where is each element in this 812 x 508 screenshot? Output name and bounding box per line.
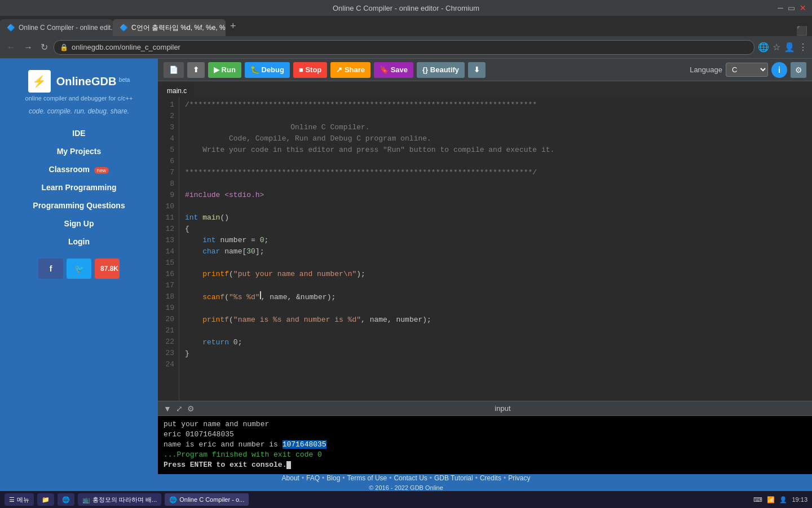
facebook-button[interactable]: f	[38, 259, 63, 279]
close-button[interactable]: ✕	[800, 3, 806, 12]
footer-link-contact[interactable]: Contact Us	[394, 474, 427, 482]
sidebar-tagline: code. compile. run. debug. share.	[29, 107, 129, 115]
taskbar-item-files[interactable]: 📁	[37, 493, 54, 506]
sidebar-item-login[interactable]: Login	[0, 233, 158, 251]
sidebar-item-learn-programming[interactable]: Learn Programming	[0, 178, 158, 196]
titlebar-controls: ─ ▭ ✕	[778, 3, 806, 12]
browser-icon: 🌐	[62, 496, 70, 503]
taskbar-right: ⌨ 📶 👤 19:13	[753, 496, 807, 503]
forward-button[interactable]: →	[21, 40, 35, 55]
share-button[interactable]: ↗ Share	[330, 62, 370, 78]
terminal-cursor-icon	[286, 461, 291, 469]
taskbar-start[interactable]: ☰ 메뉴	[5, 493, 34, 506]
code-editor[interactable]: 12345 678910 1112131415 1617181920 21222…	[158, 97, 812, 401]
footer-copyright: © 2016 - 2022 GDB Online	[0, 484, 812, 491]
tab-favicon-2: 🔷	[120, 24, 128, 32]
language-select-area: Language C C++ Python Java	[690, 63, 768, 77]
back-button[interactable]: ←	[5, 40, 18, 55]
lock-icon: 🔒	[60, 43, 68, 51]
language-label: Language	[690, 65, 722, 74]
taskbar-item-app2[interactable]: 🌐 Online C Compiler - o...	[165, 493, 249, 506]
browser-tab-2[interactable]: 🔷 C언어 출력타입 %d, %f, %e, %o... ✕	[113, 19, 226, 36]
footer-link-privacy[interactable]: Privacy	[508, 474, 530, 482]
logo-icon: ⚡	[28, 70, 51, 93]
network-icon[interactable]: 📶	[767, 496, 775, 503]
stop-button[interactable]: ■ Stop	[293, 62, 327, 78]
output-label: input	[199, 404, 806, 413]
footer-link-about[interactable]: About	[282, 474, 299, 482]
sidebar-item-classroom[interactable]: Classroom new	[0, 160, 158, 178]
sidebar-subtitle: online compiler and debugger for c/c++	[25, 95, 133, 102]
save-button[interactable]: 🔖 Save	[374, 62, 413, 78]
beautify-button[interactable]: {} Beautify	[417, 62, 465, 78]
sidebar-item-programming-questions[interactable]: Programming Questions	[0, 196, 158, 214]
tab-label-1: Online C Compiler - online edit...	[19, 24, 113, 32]
terminal[interactable]: put your name and number eric 0107164803…	[158, 416, 812, 474]
line-numbers: 12345 678910 1112131415 1617181920 21222…	[158, 97, 179, 401]
logo-area: ⚡ OnlineGDB beta	[28, 70, 130, 93]
output-chevron-icon[interactable]: ▼	[164, 404, 171, 413]
terminal-line-4: ...Program finished with exit code 0	[164, 450, 806, 460]
download-button[interactable]: ⬇	[468, 62, 486, 78]
footer-link-credits[interactable]: Credits	[480, 474, 501, 482]
social-buttons: f 🐦 87.8K	[38, 259, 120, 279]
taskbar-item-app1[interactable]: 📺 홍정모의 따라하며 배...	[78, 493, 161, 506]
address-box[interactable]: 🔒 onlinegdb.com/online_c_compiler	[54, 40, 754, 55]
settings-button[interactable]: ⚙	[791, 62, 806, 78]
menu-icon[interactable]: ⋮	[798, 42, 807, 52]
start-icon: ☰	[9, 496, 15, 503]
taskbar-time: 19:13	[792, 496, 807, 503]
user-icon[interactable]: 👤	[779, 496, 787, 503]
output-expand-icon[interactable]: ⤢	[176, 404, 183, 413]
titlebar: Online C Compiler - online editor - Chro…	[0, 0, 812, 16]
tab-label-2: C언어 출력타입 %d, %f, %e, %o...	[131, 23, 226, 33]
classroom-new-badge: new	[94, 167, 109, 174]
info-button[interactable]: i	[771, 62, 787, 78]
footer-link-faq[interactable]: FAQ	[306, 474, 320, 482]
taskbar-item-browser[interactable]: 🌐	[58, 493, 74, 506]
browser-tab-1[interactable]: 🔷 Online C Compiler - online edit... ✕	[0, 19, 113, 36]
output-area: ▼ ⤢ ⚙ input put your name and number eri…	[158, 401, 812, 474]
addressbar: ← → ↻ 🔒 onlinegdb.com/online_c_compiler …	[0, 36, 812, 59]
tabbar: 🔷 Online C Compiler - online edit... ✕ 🔷…	[0, 16, 812, 36]
sidebar-nav: IDE My Projects Classroom new Learn Prog…	[0, 124, 158, 251]
footer: About • FAQ • Blog • Terms of Use • Cont…	[0, 474, 812, 491]
run-button[interactable]: ▶ Run	[208, 62, 241, 78]
maximize-button[interactable]: ▭	[788, 3, 795, 12]
sidebar-item-ide[interactable]: IDE	[0, 124, 158, 142]
sidebar-item-sign-up[interactable]: Sign Up	[0, 214, 158, 233]
minimize-button[interactable]: ─	[778, 3, 783, 12]
refresh-button[interactable]: ↻	[38, 40, 50, 55]
footer-link-gdb-tutorial[interactable]: GDB Tutorial	[434, 474, 473, 482]
twitter-button[interactable]: 🐦	[67, 259, 91, 279]
logo-text: OnlineGDB beta	[56, 75, 130, 88]
output-settings-icon[interactable]: ⚙	[187, 404, 195, 413]
bookmark-icon[interactable]: ☆	[773, 42, 780, 52]
extension-icon[interactable]: ⬛	[796, 25, 812, 36]
footer-link-blog[interactable]: Blog	[326, 474, 340, 482]
url-display: onlinegdb.com/online_c_compiler	[72, 43, 180, 51]
terminal-line-1: put your name and number	[164, 419, 806, 430]
file-tab-main[interactable]: main.c	[160, 85, 193, 97]
terminal-line-5: Press ENTER to exit console.	[164, 460, 806, 470]
debug-button[interactable]: 🐛 Debug	[245, 62, 290, 78]
share-count-button[interactable]: 87.8K	[95, 259, 120, 279]
footer-link-terms[interactable]: Terms of Use	[347, 474, 387, 482]
titlebar-title: Online C Compiler - online editor - Chro…	[333, 4, 479, 12]
editor-toolbar: 📄 ⬆ ▶ Run 🐛 Debug ■ Stop ↗ Share 🔖 Save …	[158, 59, 812, 81]
taskbar: ☰ 메뉴 📁 🌐 📺 홍정모의 따라하며 배... 🌐 Online C Com…	[0, 491, 812, 508]
new-tab-button[interactable]: +	[226, 20, 241, 32]
sidebar-item-my-projects[interactable]: My Projects	[0, 142, 158, 160]
editor-area: 📄 ⬆ ▶ Run 🐛 Debug ■ Stop ↗ Share 🔖 Save …	[158, 59, 812, 474]
file-button[interactable]: 📄	[164, 62, 184, 78]
language-dropdown[interactable]: C C++ Python Java	[726, 63, 768, 77]
translate-icon[interactable]: 🌐	[758, 42, 769, 52]
main-wrapper: ⚡ OnlineGDB beta online compiler and deb…	[0, 59, 812, 491]
code-content[interactable]: /***************************************…	[179, 97, 812, 401]
tab-favicon-1: 🔷	[7, 24, 15, 32]
upload-button[interactable]: ⬆	[187, 62, 205, 78]
app1-icon: 📺	[82, 496, 90, 503]
profile-icon[interactable]: 👤	[784, 42, 795, 52]
file-tabs: main.c	[158, 81, 812, 97]
keyboard-icon[interactable]: ⌨	[753, 496, 762, 503]
